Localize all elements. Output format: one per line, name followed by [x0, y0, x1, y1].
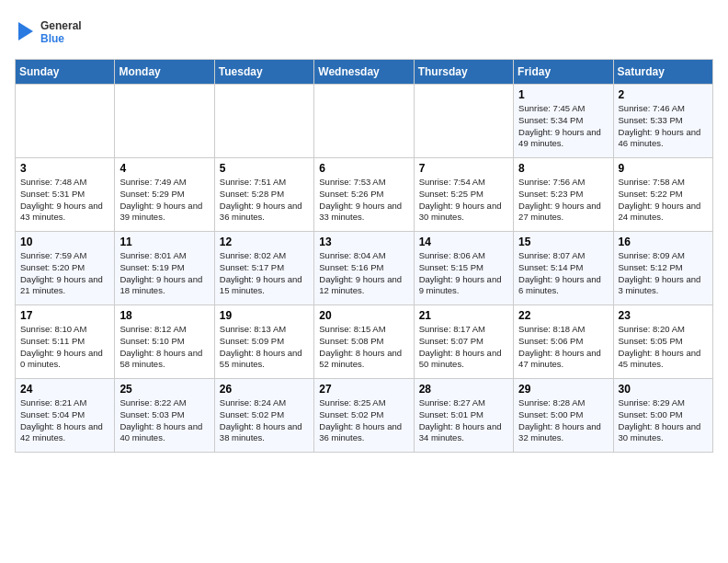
- calendar-week-row: 24Sunrise: 8:21 AM Sunset: 5:04 PM Dayli…: [16, 379, 713, 453]
- calendar-cell: 23Sunrise: 8:20 AM Sunset: 5:05 PM Dayli…: [613, 305, 712, 379]
- day-number: 16: [619, 236, 708, 248]
- calendar-cell: 14Sunrise: 8:06 AM Sunset: 5:15 PM Dayli…: [414, 232, 513, 305]
- calendar-cell: 13Sunrise: 8:04 AM Sunset: 5:16 PM Dayli…: [314, 232, 414, 305]
- day-number: 13: [319, 236, 408, 248]
- calendar-cell: 12Sunrise: 8:02 AM Sunset: 5:17 PM Dayli…: [214, 232, 313, 305]
- day-info: Sunrise: 7:58 AM Sunset: 5:22 PM Dayligh…: [619, 177, 708, 224]
- calendar-week-row: 3Sunrise: 7:48 AM Sunset: 5:31 PM Daylig…: [16, 158, 713, 232]
- calendar-cell: 19Sunrise: 8:13 AM Sunset: 5:09 PM Dayli…: [214, 305, 313, 379]
- day-info: Sunrise: 8:17 AM Sunset: 5:07 PM Dayligh…: [419, 324, 508, 371]
- weekday-header-tuesday: Tuesday: [214, 60, 313, 85]
- calendar-cell: 17Sunrise: 8:10 AM Sunset: 5:11 PM Dayli…: [16, 305, 115, 379]
- day-number: 18: [119, 309, 209, 322]
- calendar-cell: 21Sunrise: 8:17 AM Sunset: 5:07 PM Dayli…: [414, 305, 513, 379]
- day-info: Sunrise: 8:13 AM Sunset: 5:09 PM Dayligh…: [220, 324, 309, 371]
- calendar-week-row: 10Sunrise: 7:59 AM Sunset: 5:20 PM Dayli…: [16, 232, 713, 305]
- calendar-week-row: 1Sunrise: 7:45 AM Sunset: 5:34 PM Daylig…: [16, 85, 713, 158]
- weekday-header-wednesday: Wednesday: [314, 60, 414, 85]
- calendar-cell: 20Sunrise: 8:15 AM Sunset: 5:08 PM Dayli…: [314, 305, 414, 379]
- day-info: Sunrise: 7:45 AM Sunset: 5:34 PM Dayligh…: [518, 103, 608, 150]
- svg-text:General: General: [40, 19, 82, 32]
- svg-marker-2: [18, 22, 33, 40]
- weekday-header-thursday: Thursday: [414, 60, 513, 85]
- day-number: 7: [419, 162, 508, 175]
- day-info: Sunrise: 7:46 AM Sunset: 5:33 PM Dayligh…: [619, 103, 708, 150]
- day-info: Sunrise: 8:10 AM Sunset: 5:11 PM Dayligh…: [20, 324, 109, 371]
- day-info: Sunrise: 8:04 AM Sunset: 5:16 PM Dayligh…: [319, 250, 408, 297]
- day-number: 4: [119, 162, 209, 175]
- weekday-header-row: SundayMondayTuesdayWednesdayThursdayFrid…: [16, 60, 713, 85]
- day-number: 11: [119, 236, 209, 248]
- calendar-cell: 8Sunrise: 7:56 AM Sunset: 5:23 PM Daylig…: [514, 158, 613, 232]
- day-info: Sunrise: 7:51 AM Sunset: 5:28 PM Dayligh…: [220, 177, 309, 224]
- day-info: Sunrise: 8:28 AM Sunset: 5:00 PM Dayligh…: [518, 397, 608, 444]
- day-info: Sunrise: 8:12 AM Sunset: 5:10 PM Dayligh…: [119, 324, 209, 371]
- day-number: 24: [20, 383, 109, 396]
- calendar-cell: 6Sunrise: 7:53 AM Sunset: 5:26 PM Daylig…: [314, 158, 414, 232]
- day-info: Sunrise: 7:59 AM Sunset: 5:20 PM Dayligh…: [20, 250, 109, 297]
- day-number: 17: [20, 309, 109, 322]
- day-info: Sunrise: 8:01 AM Sunset: 5:19 PM Dayligh…: [119, 250, 209, 297]
- calendar-cell: 30Sunrise: 8:29 AM Sunset: 5:00 PM Dayli…: [613, 379, 712, 453]
- svg-text:Blue: Blue: [40, 32, 64, 45]
- day-number: 5: [220, 162, 309, 175]
- calendar-cell: 16Sunrise: 8:09 AM Sunset: 5:12 PM Dayli…: [613, 232, 712, 305]
- day-number: 26: [220, 383, 309, 396]
- day-info: Sunrise: 8:21 AM Sunset: 5:04 PM Dayligh…: [20, 397, 109, 444]
- weekday-header-saturday: Saturday: [613, 60, 712, 85]
- logo-svg: General Blue: [15, 15, 97, 52]
- day-number: 6: [319, 162, 408, 175]
- day-number: 20: [319, 309, 408, 322]
- day-info: Sunrise: 7:53 AM Sunset: 5:26 PM Dayligh…: [319, 177, 408, 224]
- day-info: Sunrise: 8:24 AM Sunset: 5:02 PM Dayligh…: [220, 397, 309, 444]
- calendar-cell: [115, 85, 214, 158]
- day-number: 19: [220, 309, 309, 322]
- day-info: Sunrise: 8:22 AM Sunset: 5:03 PM Dayligh…: [119, 397, 209, 444]
- calendar-cell: 7Sunrise: 7:54 AM Sunset: 5:25 PM Daylig…: [414, 158, 513, 232]
- weekday-header-friday: Friday: [514, 60, 613, 85]
- day-info: Sunrise: 8:20 AM Sunset: 5:05 PM Dayligh…: [619, 324, 708, 371]
- day-number: 15: [518, 236, 608, 248]
- weekday-header-sunday: Sunday: [16, 60, 115, 85]
- day-info: Sunrise: 8:25 AM Sunset: 5:02 PM Dayligh…: [319, 397, 408, 444]
- weekday-header-monday: Monday: [115, 60, 214, 85]
- calendar-cell: 15Sunrise: 8:07 AM Sunset: 5:14 PM Dayli…: [514, 232, 613, 305]
- calendar-cell: 28Sunrise: 8:27 AM Sunset: 5:01 PM Dayli…: [414, 379, 513, 453]
- calendar-cell: 18Sunrise: 8:12 AM Sunset: 5:10 PM Dayli…: [115, 305, 214, 379]
- day-info: Sunrise: 7:56 AM Sunset: 5:23 PM Dayligh…: [518, 177, 608, 224]
- day-number: 10: [20, 236, 109, 248]
- day-info: Sunrise: 8:02 AM Sunset: 5:17 PM Dayligh…: [220, 250, 309, 297]
- day-number: 28: [419, 383, 508, 396]
- calendar-cell: 25Sunrise: 8:22 AM Sunset: 5:03 PM Dayli…: [115, 379, 214, 453]
- page-header: General Blue: [15, 15, 713, 52]
- calendar-cell: 3Sunrise: 7:48 AM Sunset: 5:31 PM Daylig…: [16, 158, 115, 232]
- calendar-cell: 29Sunrise: 8:28 AM Sunset: 5:00 PM Dayli…: [514, 379, 613, 453]
- day-info: Sunrise: 7:54 AM Sunset: 5:25 PM Dayligh…: [419, 177, 508, 224]
- day-number: 8: [518, 162, 608, 175]
- day-number: 21: [419, 309, 508, 322]
- day-info: Sunrise: 8:09 AM Sunset: 5:12 PM Dayligh…: [619, 250, 708, 297]
- day-info: Sunrise: 8:29 AM Sunset: 5:00 PM Dayligh…: [619, 397, 708, 444]
- calendar-cell: 1Sunrise: 7:45 AM Sunset: 5:34 PM Daylig…: [514, 85, 613, 158]
- day-number: 29: [518, 383, 608, 396]
- calendar-cell: 27Sunrise: 8:25 AM Sunset: 5:02 PM Dayli…: [314, 379, 414, 453]
- day-number: 12: [220, 236, 309, 248]
- calendar-cell: [16, 85, 115, 158]
- day-number: 14: [419, 236, 508, 248]
- day-number: 9: [619, 162, 708, 175]
- calendar-cell: 2Sunrise: 7:46 AM Sunset: 5:33 PM Daylig…: [613, 85, 712, 158]
- day-info: Sunrise: 8:18 AM Sunset: 5:06 PM Dayligh…: [518, 324, 608, 371]
- day-number: 25: [119, 383, 209, 396]
- calendar-cell: [314, 85, 414, 158]
- day-number: 3: [20, 162, 109, 175]
- calendar-cell: 4Sunrise: 7:49 AM Sunset: 5:29 PM Daylig…: [115, 158, 214, 232]
- day-info: Sunrise: 7:48 AM Sunset: 5:31 PM Dayligh…: [20, 177, 109, 224]
- calendar-table: SundayMondayTuesdayWednesdayThursdayFrid…: [15, 59, 713, 453]
- calendar-cell: 9Sunrise: 7:58 AM Sunset: 5:22 PM Daylig…: [613, 158, 712, 232]
- day-info: Sunrise: 8:06 AM Sunset: 5:15 PM Dayligh…: [419, 250, 508, 297]
- day-info: Sunrise: 7:49 AM Sunset: 5:29 PM Dayligh…: [119, 177, 209, 224]
- day-number: 27: [319, 383, 408, 396]
- calendar-cell: 10Sunrise: 7:59 AM Sunset: 5:20 PM Dayli…: [16, 232, 115, 305]
- calendar-cell: 26Sunrise: 8:24 AM Sunset: 5:02 PM Dayli…: [214, 379, 313, 453]
- calendar-week-row: 17Sunrise: 8:10 AM Sunset: 5:11 PM Dayli…: [16, 305, 713, 379]
